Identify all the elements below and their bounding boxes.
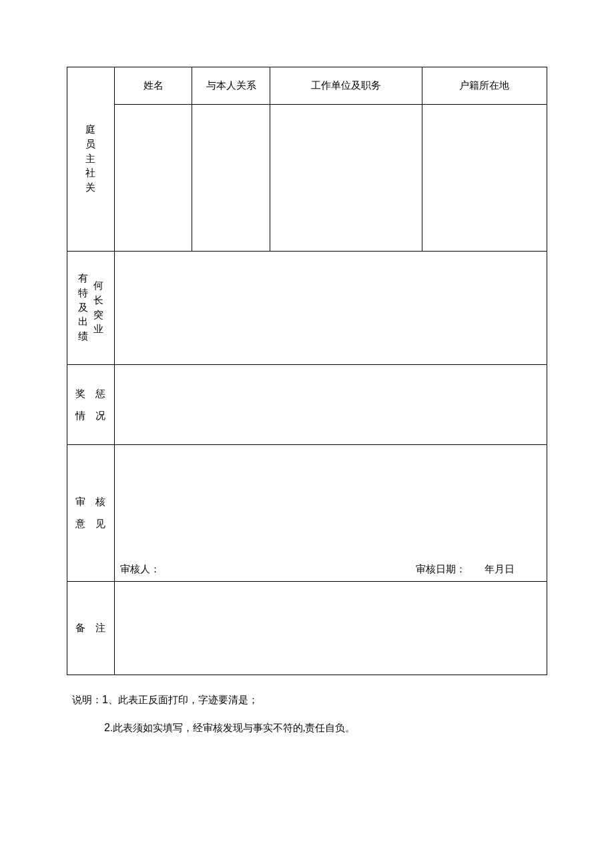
specialty-col-b: 何长突业 xyxy=(93,279,103,337)
header-residence: 户籍所在地 xyxy=(422,67,547,105)
note2-num: 2 xyxy=(104,722,110,733)
auditor-label: 审核人： xyxy=(120,563,160,576)
rewards-content xyxy=(114,365,547,445)
remark-content xyxy=(114,582,547,675)
rowlabel-remark: 备 注 xyxy=(67,582,115,675)
rewards-l2: 情 况 xyxy=(75,411,105,421)
rewards-l1: 奖 惩 xyxy=(75,389,105,399)
audit-l2: 意 见 xyxy=(75,519,105,529)
family-name-cell xyxy=(114,105,192,252)
family-workplace-cell xyxy=(270,105,422,252)
note2-text: 此表须如实填写，经审核发现与事实不符的,责任自负。 xyxy=(113,723,356,733)
note-line-2: 2.此表须如实填写，经审核发现与事实不符的,责任自负。 xyxy=(72,714,547,742)
audit-l1: 审 核 xyxy=(75,497,105,507)
specialty-col-a: 有特及出绩 xyxy=(78,272,88,344)
header-row: 庭员主社关 姓名 与本人关系 工作单位及职务 户籍所在地 xyxy=(67,67,547,105)
audit-date-value: 年月日 xyxy=(485,563,515,576)
family-residence-cell xyxy=(422,105,547,252)
rowlabel-rewards: 奖 惩 情 况 xyxy=(67,365,115,445)
notes-lead: 说明： xyxy=(72,695,102,705)
rowlabel-specialty: 有特及出绩 何长突业 xyxy=(67,252,115,365)
family-col1: 庭员主社关 xyxy=(85,123,95,195)
rewards-row: 奖 惩 情 况 xyxy=(67,365,547,445)
audit-content: 审核人： 审核日期： 年月日 xyxy=(114,445,547,582)
family-data-row xyxy=(67,105,547,252)
audit-date-label: 审核日期： xyxy=(416,563,466,576)
notes: 说明：1、此表正反面打印，字迹要清是； 2.此表须如实填写，经审核发现与事实不符… xyxy=(67,686,547,741)
form-table: 庭员主社关 姓名 与本人关系 工作单位及职务 户籍所在地 有特及出绩 xyxy=(67,67,547,675)
family-relation-cell xyxy=(192,105,270,252)
audit-row: 审 核 意 见 审核人： 审核日期： 年月日 xyxy=(67,445,547,582)
note-line-1: 说明：1、此表正反面打印，字迹要清是； xyxy=(72,686,547,714)
rowlabel-family: 庭员主社关 xyxy=(67,67,115,252)
note1-num: 1 xyxy=(102,694,108,705)
audit-bottom-line: 审核人： 审核日期： 年月日 xyxy=(120,563,541,576)
rowlabel-audit: 审 核 意 见 xyxy=(67,445,115,582)
note1-text: 此表正反面打印，字迹要清是； xyxy=(118,695,258,705)
header-workplace: 工作单位及职务 xyxy=(270,67,422,105)
remark-row: 备 注 xyxy=(67,582,547,675)
specialty-row: 有特及出绩 何长突业 xyxy=(67,252,547,365)
specialty-content xyxy=(114,252,547,365)
header-relation: 与本人关系 xyxy=(192,67,270,105)
header-name: 姓名 xyxy=(114,67,192,105)
note1-sep: 、 xyxy=(108,695,118,705)
